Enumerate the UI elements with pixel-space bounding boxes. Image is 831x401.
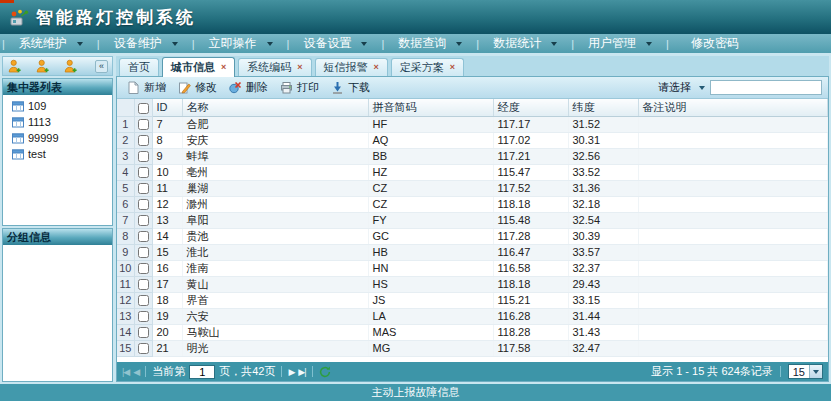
add-user-button[interactable] xyxy=(63,59,78,73)
prev-page-button[interactable]: ◀ xyxy=(133,367,139,377)
row-checkbox[interactable] xyxy=(138,327,149,338)
add-button[interactable]: 新增 xyxy=(121,78,172,97)
table-row[interactable]: 713阜阳FY115.4832.54 xyxy=(117,212,828,228)
table-row[interactable]: 612滁州CZ118.1832.18 xyxy=(117,196,828,212)
menu-item-change-password[interactable]: 修改密码 xyxy=(669,34,761,53)
close-icon[interactable]: × xyxy=(450,63,455,72)
row-checkbox[interactable] xyxy=(138,263,149,274)
cell-id: 21 xyxy=(152,340,182,356)
status-bar: 主动上报故障信息 xyxy=(0,384,831,401)
row-checkbox[interactable] xyxy=(138,343,149,354)
table-row[interactable]: 1521明光MG117.5832.47 xyxy=(117,340,828,356)
cell-longitude: 118.18 xyxy=(493,276,568,292)
menu-item-label: 数据查询 xyxy=(398,35,446,52)
table-row[interactable]: 814贵池GC117.2830.39 xyxy=(117,228,828,244)
menu-item-immediate-operation[interactable]: 立即操作 xyxy=(195,34,287,53)
cell-latitude: 31.36 xyxy=(568,180,638,196)
table-row[interactable]: 1218界首JS115.2133.15 xyxy=(117,292,828,308)
row-checkbox[interactable] xyxy=(138,311,149,322)
table-row[interactable]: 17合肥HF117.1731.52 xyxy=(117,116,828,132)
last-page-button[interactable]: ▶| xyxy=(298,367,305,377)
delete-button[interactable]: 删除 xyxy=(223,78,274,97)
cell-note xyxy=(638,116,828,132)
column-header[interactable]: ID xyxy=(152,99,182,116)
table-row[interactable]: 1016淮南HN116.5832.37 xyxy=(117,260,828,276)
menu-item-data-statistics[interactable]: 数据统计 xyxy=(479,34,571,53)
cell-longitude: 115.47 xyxy=(493,164,568,180)
column-header[interactable]: 纬度 xyxy=(568,99,638,116)
sidebar-collapse-button[interactable]: « xyxy=(95,60,108,73)
concentrator-item[interactable]: 109 xyxy=(12,98,112,114)
column-header[interactable]: 拼音简码 xyxy=(368,99,493,116)
cell-pinyin-code: BB xyxy=(368,148,493,164)
cell-longitude: 118.28 xyxy=(493,324,568,340)
tab-city-info[interactable]: 城市信息× xyxy=(162,57,235,77)
tree-table-icon xyxy=(12,117,24,128)
row-checkbox[interactable] xyxy=(138,151,149,162)
row-checkbox[interactable] xyxy=(138,199,149,210)
cell-id: 19 xyxy=(152,308,182,324)
cell-id: 12 xyxy=(152,196,182,212)
concentrator-item[interactable]: 99999 xyxy=(12,130,112,146)
row-checkbox[interactable] xyxy=(138,231,149,242)
row-checkbox[interactable] xyxy=(138,119,149,130)
column-header[interactable]: 经度 xyxy=(493,99,568,116)
row-checkbox[interactable] xyxy=(138,183,149,194)
table-row[interactable]: 915淮北HB116.4733.57 xyxy=(117,244,828,260)
row-checkbox[interactable] xyxy=(138,279,149,290)
close-icon[interactable]: × xyxy=(297,63,302,72)
add-user-button[interactable] xyxy=(7,59,22,73)
cell-pinyin-code: AQ xyxy=(368,132,493,148)
table-row[interactable]: 410亳州HZ115.4733.52 xyxy=(117,164,828,180)
table-row[interactable]: 1420马鞍山MAS118.2831.43 xyxy=(117,324,828,340)
menu-item-data-query[interactable]: 数据查询 xyxy=(384,34,476,53)
menu-item-device-maintenance[interactable]: 设备维护 xyxy=(100,34,192,53)
cell-latitude: 32.54 xyxy=(568,212,638,228)
column-header[interactable]: 备注说明 xyxy=(638,99,828,116)
row-checkbox[interactable] xyxy=(138,295,149,306)
page-size-select[interactable]: 15 xyxy=(788,364,823,379)
filter-dropdown[interactable]: 请选择 xyxy=(658,80,705,95)
tab-system-code[interactable]: 系统编码× xyxy=(238,58,311,76)
table-row[interactable]: 39蚌埠BB117.2132.56 xyxy=(117,148,828,164)
close-icon[interactable]: × xyxy=(374,63,379,72)
cell-longitude: 117.02 xyxy=(493,132,568,148)
table-row[interactable]: 28安庆AQ117.0230.31 xyxy=(117,132,828,148)
refresh-icon[interactable] xyxy=(319,366,331,378)
row-checkbox-cell xyxy=(134,260,152,276)
table-row[interactable]: 1117黄山HS118.1829.43 xyxy=(117,276,828,292)
cell-longitude: 118.18 xyxy=(493,196,568,212)
column-header[interactable]: 名称 xyxy=(182,99,368,116)
sidebar: « 集中器列表 109111399999test 分组信息 xyxy=(2,56,113,382)
next-page-button[interactable]: ▶ xyxy=(288,367,294,377)
concentrator-item[interactable]: 1113 xyxy=(12,114,112,130)
menu-item-system-maintenance[interactable]: 系统维护 xyxy=(5,34,97,53)
first-page-button[interactable]: |◀ xyxy=(122,367,129,377)
menu-item-user-management[interactable]: 用户管理 xyxy=(574,34,666,53)
tab-sms-alarm[interactable]: 短信报警× xyxy=(315,58,388,76)
app-logo-icon xyxy=(8,7,30,28)
tab-home[interactable]: 首页 xyxy=(119,58,159,76)
row-checkbox[interactable] xyxy=(138,135,149,146)
table-row[interactable]: 511巢湖CZ117.5231.36 xyxy=(117,180,828,196)
print-icon xyxy=(280,81,293,94)
concentrator-item-label: test xyxy=(28,148,46,160)
print-button[interactable]: 打印 xyxy=(274,78,325,97)
close-icon[interactable]: × xyxy=(221,63,226,72)
tab-scheduled-collection[interactable]: 定采方案× xyxy=(391,58,464,76)
cell-name: 淮北 xyxy=(182,244,368,260)
corner-mark xyxy=(0,0,14,3)
add-user-button[interactable] xyxy=(35,59,50,73)
row-checkbox[interactable] xyxy=(138,247,149,258)
table-row[interactable]: 1319六安LA116.2831.44 xyxy=(117,308,828,324)
app-title: 智能路灯控制系统 xyxy=(36,6,196,29)
row-checkbox[interactable] xyxy=(138,215,149,226)
concentrator-item[interactable]: test xyxy=(12,146,112,162)
row-checkbox[interactable] xyxy=(138,167,149,178)
select-all-checkbox[interactable] xyxy=(138,103,149,114)
edit-button[interactable]: 修改 xyxy=(172,78,223,97)
page-number-input[interactable] xyxy=(189,365,215,379)
menu-item-device-settings[interactable]: 设备设置 xyxy=(289,34,381,53)
search-input[interactable] xyxy=(710,80,822,95)
download-button[interactable]: 下载 xyxy=(325,78,376,97)
